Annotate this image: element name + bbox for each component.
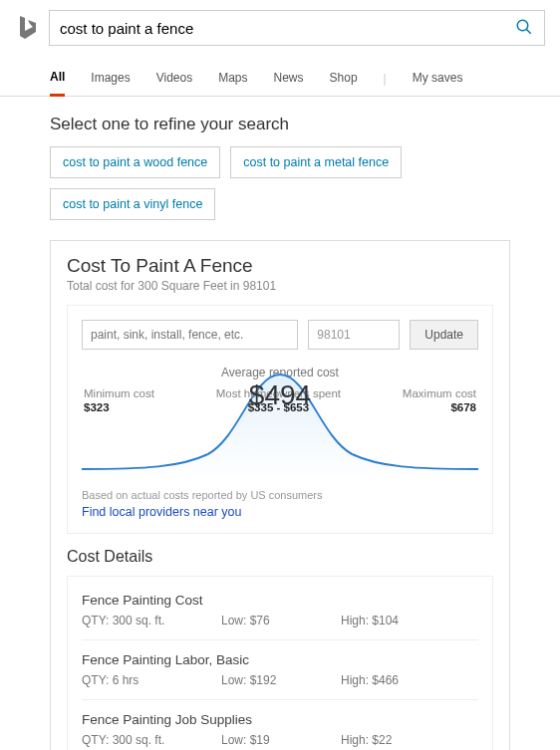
card-title: Cost To Paint A Fence xyxy=(67,255,493,277)
detail-row: Fence Painting Cost QTY: 300 sq. ft. Low… xyxy=(82,581,478,640)
detail-high: High: $104 xyxy=(341,614,399,627)
detail-qty: QTY: 6 hrs xyxy=(82,673,221,687)
tab-mysaves[interactable]: My saves xyxy=(413,63,463,95)
detail-row: Fence Painting Labor, Basic QTY: 6 hrs L… xyxy=(82,640,478,700)
tab-news[interactable]: News xyxy=(274,63,304,95)
card-subtitle: Total cost for 300 Square Feet in 98101 xyxy=(67,279,493,293)
cost-footnote: Based on actual costs reported by US con… xyxy=(82,489,478,501)
find-providers-link[interactable]: Find local providers near you xyxy=(82,505,242,519)
search-input[interactable] xyxy=(50,20,504,37)
refine-heading: Select one to refine your search xyxy=(50,115,510,134)
detail-qty: QTY: 300 sq. ft. xyxy=(82,614,221,627)
chip-vinyl-fence[interactable]: cost to paint a vinyl fence xyxy=(50,188,215,220)
detail-high: High: $22 xyxy=(341,733,392,747)
detail-low: Low: $76 xyxy=(221,614,341,627)
detail-qty: QTY: 300 sq. ft. xyxy=(82,733,221,747)
detail-title: Fence Painting Job Supplies xyxy=(82,712,478,727)
tab-videos[interactable]: Videos xyxy=(156,63,192,95)
detail-title: Fence Painting Cost xyxy=(82,593,478,608)
refine-chips: cost to paint a wood fence cost to paint… xyxy=(50,146,510,220)
svg-line-1 xyxy=(526,29,531,34)
cost-widget: Update Average reported cost $494 Minimu… xyxy=(67,305,493,534)
search-icon xyxy=(515,18,533,39)
tab-all[interactable]: All xyxy=(50,62,65,97)
svg-point-0 xyxy=(517,20,528,31)
cost-details-heading: Cost Details xyxy=(67,548,493,566)
detail-high: High: $466 xyxy=(341,673,399,687)
detail-low: Low: $192 xyxy=(221,673,341,687)
search-tabs: All Images Videos Maps News Shop | My sa… xyxy=(0,52,560,97)
tab-maps[interactable]: Maps xyxy=(218,63,247,95)
search-box xyxy=(49,10,545,46)
detail-row: Fence Painting Job Supplies QTY: 300 sq.… xyxy=(82,700,478,750)
tab-separator: | xyxy=(384,72,387,86)
detail-title: Fence Painting Labor, Basic xyxy=(82,652,478,667)
tab-images[interactable]: Images xyxy=(91,63,130,95)
chip-metal-fence[interactable]: cost to paint a metal fence xyxy=(230,146,402,178)
cost-card: Cost To Paint A Fence Total cost for 300… xyxy=(50,240,510,750)
average-cost-value: $494 xyxy=(82,379,478,411)
detail-low: Low: $19 xyxy=(221,733,341,747)
bing-logo[interactable] xyxy=(15,14,39,42)
tab-shop[interactable]: Shop xyxy=(330,63,358,95)
chip-wood-fence[interactable]: cost to paint a wood fence xyxy=(50,146,220,178)
search-button[interactable] xyxy=(504,10,544,46)
cost-details-box: Fence Painting Cost QTY: 300 sq. ft. Low… xyxy=(67,576,493,750)
